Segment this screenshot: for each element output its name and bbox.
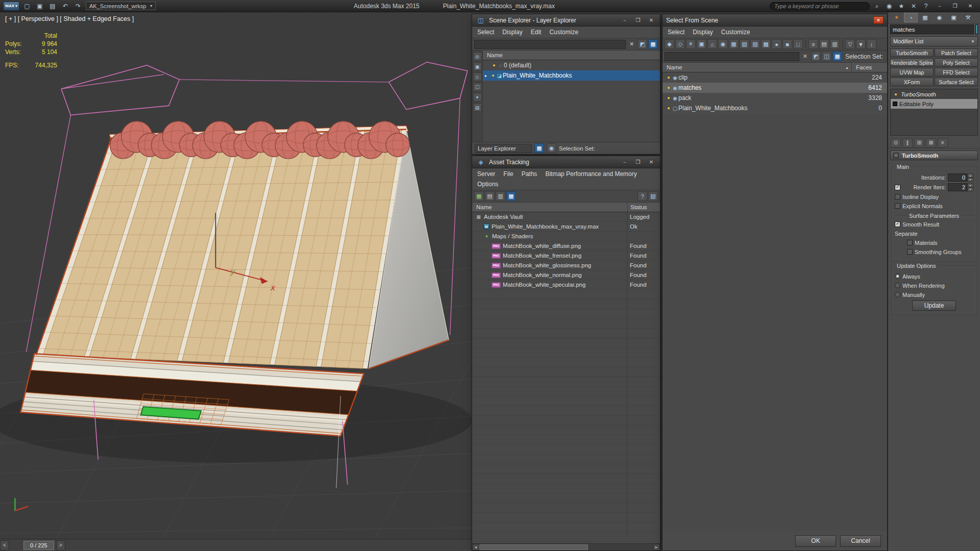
select-list-empty-area[interactable] [663, 113, 887, 531]
motion-tab-icon[interactable]: ◉ [933, 13, 946, 22]
cancel-button[interactable]: Cancel [840, 535, 881, 547]
close-icon[interactable]: ✕ [646, 16, 656, 24]
menu-bitmap-performance[interactable]: Bitmap Performance and Memory [541, 169, 641, 179]
scrollbar-thumb[interactable] [479, 544, 588, 550]
configure-stack-icon[interactable]: ≡ [938, 138, 948, 147]
refresh-table-icon[interactable]: ▦ [474, 191, 484, 201]
isoline-display-checkbox[interactable] [895, 194, 900, 199]
modifier-button-uvw-map[interactable]: UVW Map [890, 68, 934, 77]
sort-ascending-icon[interactable]: ▲ [845, 66, 851, 69]
menu-select[interactable]: Select [473, 27, 498, 37]
scene-explorer-titlebar[interactable]: ◫ Scene Explorer - Layer Explorer ⎯ ❐ ✕ [472, 14, 660, 27]
materials-checkbox[interactable] [907, 240, 913, 245]
scene-explorer-empty-area[interactable] [483, 81, 660, 142]
display-hidden-icon[interactable]: □ [793, 39, 803, 49]
maximize-icon[interactable]: ❐ [633, 158, 643, 166]
open-file-icon[interactable]: ▣ [35, 2, 45, 11]
spin-up-icon[interactable]: ▲ [967, 173, 973, 178]
selection-icon[interactable]: ▣ [473, 62, 482, 71]
name-column-header[interactable]: Name [483, 51, 660, 60]
menu-display[interactable]: Display [498, 27, 526, 37]
menu-display[interactable]: Display [689, 27, 717, 37]
select-search-input[interactable] [665, 52, 799, 61]
layer-row-selected[interactable]: ▸ ● ◪ Plain_White_Matchbooks [483, 70, 660, 81]
view-detail-icon[interactable]: ▤ [819, 39, 829, 49]
asset-row[interactable]: ▦ Autodesk Vault Logged [472, 212, 660, 222]
visibility-bulb-icon[interactable]: ● [666, 95, 672, 101]
asset-row[interactable]: PNG MatchBook_white_normal.png Found [472, 270, 660, 280]
asset-tracking-titlebar[interactable]: ◈ Asset Tracking ⎯ ❐ ✕ [472, 156, 660, 168]
report-view-icon[interactable]: ▥ [496, 191, 505, 201]
smooth-result-checkbox[interactable] [895, 221, 900, 227]
minimize-icon[interactable]: ⎯ [620, 158, 630, 166]
create-tab-icon[interactable]: ✶ [890, 13, 903, 22]
asset-row[interactable]: PNG MatchBook_white_frensel.png Found [472, 251, 660, 261]
visibility-bulb-icon[interactable]: ● [666, 106, 672, 111]
display-shapes-icon[interactable]: ◇ [675, 39, 685, 49]
timeline-prev-icon[interactable]: < [0, 540, 9, 550]
display-geometry-icon[interactable]: ◆ [665, 39, 674, 49]
modifier-button-patch-select[interactable]: Patch Select [935, 48, 978, 57]
close-icon[interactable]: ✕ [873, 16, 884, 24]
layer-view-icon[interactable]: ▦ [648, 39, 658, 49]
minimize-icon[interactable]: ⎯ [620, 16, 630, 24]
scroll-left-icon[interactable]: ◄ [472, 544, 479, 550]
time-slider-handle[interactable]: 0 / 225 [23, 541, 54, 550]
menu-customize[interactable]: Customize [545, 27, 582, 37]
always-radio[interactable] [895, 273, 900, 279]
visibility-bulb-icon[interactable]: ● [666, 75, 672, 80]
clear-search-icon[interactable]: ✕ [627, 39, 636, 49]
minimize-window-icon[interactable]: ⎯ [933, 2, 946, 11]
layers-icon[interactable]: ◫ [822, 52, 831, 61]
clear-search-icon[interactable]: ✕ [800, 52, 810, 61]
display-tab-icon[interactable]: ▣ [947, 13, 961, 22]
make-unique-icon[interactable]: ⊞ [914, 138, 924, 147]
filter-combine-icon[interactable]: ▼ [856, 39, 866, 49]
stack-item-editable-poly[interactable]: Editable Poly [891, 99, 977, 109]
utilities-tab-icon[interactable]: ⚒ [961, 13, 975, 22]
modifier-enabled-bulb-icon[interactable]: ● [893, 92, 899, 97]
display-helpers-icon[interactable]: ⌂ [707, 39, 717, 49]
explicit-normals-checkbox[interactable] [895, 203, 900, 209]
table-settings-icon[interactable]: ▧ [648, 191, 658, 201]
display-bones-icon[interactable]: ▨ [750, 39, 760, 49]
ok-button[interactable]: OK [795, 535, 836, 547]
update-button[interactable]: Update [912, 300, 956, 311]
menu-paths[interactable]: Paths [518, 169, 542, 179]
display-materials-icon[interactable]: ● [772, 39, 781, 49]
display-containers-icon[interactable]: ▩ [761, 39, 771, 49]
maximize-window-icon[interactable]: ❐ [948, 2, 962, 11]
modifier-button-ffd-select[interactable]: FFD Select [935, 68, 978, 77]
visibility-bulb-icon[interactable]: ● [490, 73, 496, 78]
menu-server[interactable]: Server [473, 169, 499, 179]
explorer-mode-dropdown[interactable]: Layer Explorer [475, 144, 532, 153]
faces-column-header[interactable]: Faces [851, 63, 887, 72]
freeze-icon[interactable]: ✦ [473, 93, 482, 102]
timeline-next-icon[interactable]: > [56, 540, 65, 550]
scene-object-row[interactable]: ● ◉ clip 224 [663, 72, 887, 83]
layer-mode-icon[interactable]: ▦ [534, 143, 544, 153]
hide-icon[interactable]: ☐ [473, 83, 482, 91]
iterations-value[interactable]: 0 [948, 173, 967, 182]
spin-down-icon[interactable]: ▼ [967, 178, 973, 182]
save-file-icon[interactable]: ▤ [47, 2, 58, 11]
scene-object-row[interactable]: ● ◉ pack 3328 [663, 93, 887, 103]
object-name-field[interactable] [890, 24, 974, 34]
exchange-icon[interactable]: ✕ [909, 2, 919, 11]
scene-object-row-selected[interactable]: ● ◉ matches 6412 [663, 83, 887, 93]
object-color-swatch[interactable] [975, 24, 978, 34]
display-spacewarps-icon[interactable]: ◉ [718, 39, 728, 49]
favorites-icon[interactable]: ★ [896, 2, 906, 11]
visibility-bulb-icon[interactable]: ● [666, 85, 672, 90]
lock-icon[interactable]: ◇ [473, 72, 482, 81]
turbosmooth-rollout-header[interactable]: − TurboSmooth [890, 151, 978, 160]
display-cameras-icon[interactable]: ▣ [697, 39, 706, 49]
menu-customize[interactable]: Customize [717, 27, 754, 37]
column-chooser-icon[interactable]: ▦ [832, 52, 842, 61]
render-iters-checkbox[interactable] [895, 185, 900, 190]
asset-row[interactable]: PNG MatchBook_white_specular.png Found [472, 280, 660, 290]
name-column-header[interactable]: Name [472, 204, 627, 210]
sync-selection-icon[interactable]: ↕ [867, 39, 876, 49]
spin-up-icon[interactable]: ▲ [967, 183, 973, 187]
table-view-icon[interactable]: ▦ [506, 191, 516, 201]
